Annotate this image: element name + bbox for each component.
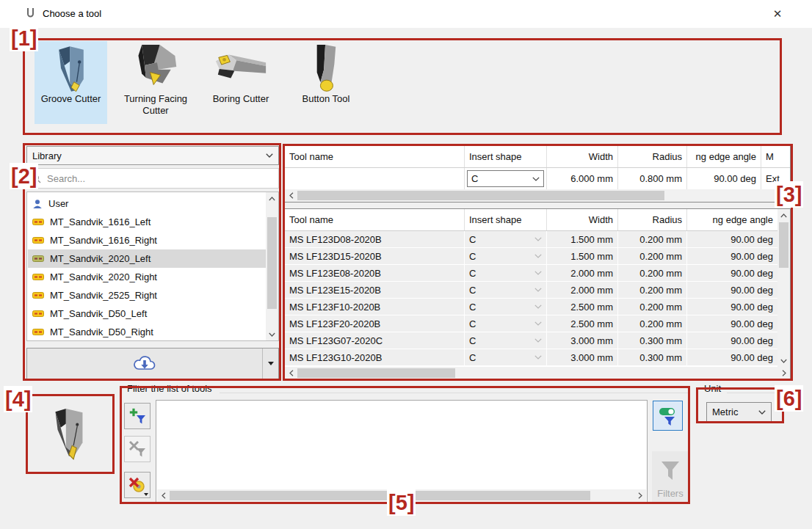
clear-filters-button[interactable] (124, 472, 151, 498)
turning-facing-cutter-icon (131, 41, 181, 92)
filters-button-label: Filters (657, 488, 683, 499)
tool-list-header: Tool name Insert shape Width Radius ng e… (285, 209, 777, 231)
remove-filter-button[interactable] (124, 436, 151, 462)
filter-group-title: Filter the list of tools (125, 383, 214, 394)
tool-row[interactable]: MS LF123E08-2020B C 2.000 mm 0.200 mm 90… (285, 265, 777, 282)
download-library-split-button[interactable] (26, 348, 279, 379)
tool-name-cell: MS LF123D15-2020B (285, 248, 465, 264)
chevron-down-icon (534, 288, 542, 292)
choose-a-tool-dialog: Choose a tool ✕ Groove Cutter (0, 0, 812, 529)
filter-list[interactable] (156, 400, 648, 503)
chevron-down-icon (534, 355, 542, 360)
selected-tool-hscrollbar[interactable] (285, 189, 790, 202)
tool-type-button-tool[interactable]: Button Tool (289, 41, 363, 124)
tool-name-value[interactable] (285, 168, 465, 189)
tool-row[interactable]: MS LF123G07-2020C C 3.000 mm 0.300 mm 90… (285, 332, 777, 349)
col-tool-name: Tool name (285, 146, 465, 167)
tool-type-boring-cutter[interactable]: Boring Cutter (203, 41, 279, 124)
download-options-dropdown[interactable] (263, 349, 278, 379)
width-cell: 2.000 mm (547, 282, 618, 298)
tool-name-cell: MS LF123E08-2020B (285, 265, 465, 281)
dropdown-arrow-icon (144, 493, 148, 496)
library-tree[interactable]: User MT_Sandvik_1616_Left MT_Sandvik_161… (26, 191, 279, 341)
tree-item-user[interactable]: User (28, 194, 266, 213)
tool-type-turning-facing-cutter[interactable]: Turning Facing Cutter (116, 41, 195, 124)
tool-list-rows: MS LF123D08-2020B C 1.500 mm 0.200 mm 90… (285, 231, 777, 366)
tree-item-library[interactable]: MT_Sandvik_2020_Right (28, 268, 266, 286)
edge-angle-cell: 90.00 deg (687, 248, 777, 264)
scroll-right-icon[interactable] (777, 367, 790, 379)
mounting-value[interactable]: Ext (761, 168, 790, 189)
tool-row[interactable]: MS LF123E15-2020B C 2.000 mm 0.200 mm 90… (285, 282, 777, 299)
radius-cell: 0.200 mm (618, 265, 687, 281)
vscroll-thumb[interactable] (779, 222, 789, 268)
edge-angle-cell: 90.00 deg (687, 265, 777, 281)
tree-scroll-thumb[interactable] (267, 217, 277, 309)
chevron-down-icon (534, 237, 542, 241)
hscroll-thumb[interactable] (297, 368, 455, 378)
col-insert-shape: Insert shape (465, 209, 547, 230)
edge-angle-cell: 90.00 deg (687, 299, 777, 315)
filter-list-hscrollbar[interactable] (157, 489, 646, 502)
width-value[interactable]: 6.000 mm (547, 168, 618, 189)
chevron-down-icon (266, 153, 273, 158)
tool-type-label: Boring Cutter (213, 93, 269, 105)
library-source-combobox[interactable]: Library (26, 146, 279, 165)
close-button[interactable]: ✕ (766, 4, 789, 23)
tool-type-label: Groove Cutter (41, 93, 101, 105)
insert-shape-dropdown[interactable]: C (467, 170, 544, 187)
tool-app-icon (25, 7, 36, 22)
col-tool-name: Tool name (285, 209, 465, 230)
selected-tool-row[interactable]: C 6.000 mm 0.800 mm 90.00 deg Ext (285, 168, 790, 189)
tree-scrollbar[interactable] (266, 192, 278, 340)
cloud-download-button[interactable] (27, 349, 263, 379)
selected-tool-table-header: Tool name Insert shape Width Radius ng e… (285, 146, 790, 168)
hscroll-thumb[interactable] (297, 191, 664, 200)
unit-group-title: Unit (702, 383, 723, 394)
tool-row[interactable]: MS LF123F10-2020B C 2.500 mm 0.200 mm 90… (285, 299, 777, 315)
tree-item-library[interactable]: MT_Sandvik_2525_Right (28, 286, 266, 304)
dialog-title: Choose a tool (43, 8, 101, 19)
tree-item-library[interactable]: MT_Sandvik_1616_Left (28, 213, 266, 231)
radius-cell: 0.200 mm (618, 282, 687, 298)
toggle-filters-button[interactable] (653, 401, 683, 431)
tool-list-vscrollbar[interactable] (777, 209, 790, 367)
scroll-right-icon[interactable] (777, 189, 790, 202)
tree-item-library[interactable]: MT_Sandvik_D50_Left (28, 304, 266, 323)
width-cell: 3.000 mm (547, 349, 618, 365)
scroll-down-icon[interactable] (266, 328, 278, 340)
tool-row[interactable]: MS LF123F20-2020B C 2.500 mm 0.200 mm 90… (285, 315, 777, 332)
filter-groupbox-line (220, 393, 688, 393)
scroll-down-icon[interactable] (777, 354, 790, 367)
tool-row[interactable]: MS LF123D08-2020B C 1.500 mm 0.200 mm 90… (285, 231, 777, 248)
scroll-left-icon[interactable] (285, 367, 297, 379)
tree-item-library[interactable]: MT_Sandvik_D50_Right (28, 323, 266, 341)
radius-value[interactable]: 0.800 mm (618, 168, 687, 189)
tree-item-library-selected[interactable]: MT_Sandvik_2020_Left (28, 249, 266, 268)
scroll-up-icon[interactable] (266, 192, 278, 205)
radius-cell: 0.200 mm (618, 315, 687, 332)
tool-row[interactable]: MS LF123G10-2020B C 3.000 mm 0.300 mm 90… (285, 349, 777, 366)
unit-combobox[interactable]: Metric (706, 402, 772, 422)
filters-button[interactable]: Filters (652, 451, 689, 503)
tool-name-cell: MS LF123F20-2020B (285, 315, 465, 332)
scroll-right-icon[interactable] (634, 489, 646, 502)
hscroll-thumb[interactable] (170, 491, 590, 500)
title-bar: Choose a tool ✕ (0, 0, 812, 28)
scroll-left-icon[interactable] (285, 189, 297, 202)
scroll-up-icon[interactable] (777, 209, 790, 222)
scroll-left-icon[interactable] (157, 489, 170, 502)
tool-list-hscrollbar[interactable] (285, 367, 790, 379)
selected-tool-table: Tool name Insert shape Width Radius ng e… (284, 145, 791, 203)
col-edge-angle: ng edge angle (687, 209, 777, 230)
tool-row[interactable]: MS LF123D15-2020B C 1.500 mm 0.200 mm 90… (285, 248, 777, 265)
width-cell: 1.500 mm (547, 248, 618, 264)
search-input[interactable] (46, 172, 274, 185)
edge-angle-value[interactable]: 90.00 deg (687, 168, 761, 189)
add-filter-button[interactable] (124, 403, 151, 429)
tool-name-cell: MS LF123G10-2020B (285, 349, 465, 365)
search-box[interactable] (26, 168, 279, 189)
tool-type-groove-cutter[interactable]: Groove Cutter (35, 41, 107, 124)
tree-item-library[interactable]: MT_Sandvik_1616_Right (28, 231, 266, 249)
library-icon (32, 274, 44, 280)
